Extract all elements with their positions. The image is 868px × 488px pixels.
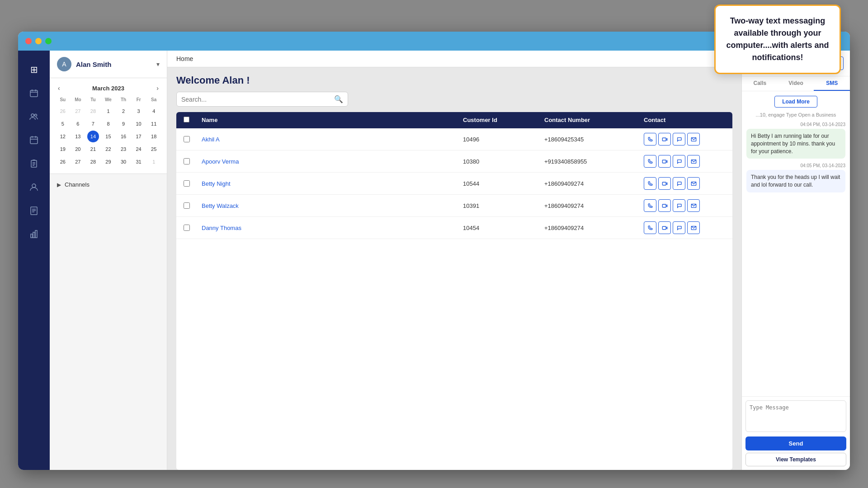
call-btn-4[interactable]: [644, 221, 656, 234]
tab-sms[interactable]: SMS: [814, 76, 850, 91]
sidebar-item-report[interactable]: [24, 201, 44, 221]
action-btns-2: [644, 177, 725, 190]
contact-name-1[interactable]: Apoorv Verma: [202, 158, 463, 165]
chat-btn-0[interactable]: [673, 133, 685, 145]
sidebar-item-calendar[interactable]: [24, 83, 44, 103]
call-btn-0[interactable]: [644, 133, 656, 145]
call-btn-3[interactable]: [644, 199, 656, 212]
channels-row[interactable]: ▶ Channels: [57, 179, 160, 190]
search-input[interactable]: [181, 96, 334, 103]
sms-send-button[interactable]: Send: [745, 436, 846, 450]
calendar-day-5[interactable]: 5: [57, 118, 69, 130]
channels-arrow-icon: ▶: [57, 182, 61, 188]
calendar-day-10[interactable]: 10: [133, 118, 145, 130]
calendar-day-17[interactable]: 17: [133, 131, 145, 142]
calendar-day-6[interactable]: 6: [72, 118, 84, 130]
maximize-button[interactable]: [45, 38, 52, 44]
calendar-header: ‹ March 2023 ›: [55, 84, 161, 93]
calendar-month-year: March 2023: [92, 85, 124, 92]
video-btn-2[interactable]: [658, 177, 671, 190]
day-label-su: Su: [55, 96, 71, 103]
user-header[interactable]: A Alan Smith ▾: [50, 51, 167, 78]
calendar-day-26[interactable]: 26: [57, 156, 69, 168]
sms-message-input[interactable]: [745, 400, 846, 432]
calendar-day-8[interactable]: 8: [102, 118, 114, 130]
sidebar-item-calendar2[interactable]: [24, 130, 44, 150]
calendar-day-13[interactable]: 13: [72, 131, 84, 142]
calendar-prev-button[interactable]: ‹: [55, 84, 63, 93]
video-btn-4[interactable]: [658, 221, 671, 234]
row-check-2[interactable]: [184, 180, 190, 187]
close-button[interactable]: [25, 38, 32, 44]
header-name: Name: [202, 117, 463, 124]
sms-view-templates-button[interactable]: View Templates: [745, 453, 846, 466]
calendar-day-31[interactable]: 31: [133, 156, 145, 168]
calendar-day-4[interactable]: 4: [148, 105, 160, 117]
calendar-day-27[interactable]: 27: [72, 156, 84, 168]
calendar-day-29[interactable]: 29: [102, 156, 114, 168]
sidebar-item-clipboard[interactable]: [24, 154, 44, 174]
calendar-day-7[interactable]: 7: [87, 118, 99, 130]
calendar-day-19[interactable]: 19: [57, 143, 69, 155]
calendar-next-button[interactable]: ›: [154, 84, 161, 93]
email-btn-1[interactable]: [687, 155, 700, 168]
day-label-th: Th: [116, 96, 131, 103]
row-check-1[interactable]: [184, 158, 190, 164]
email-btn-2[interactable]: [687, 177, 700, 190]
sidebar-item-grid[interactable]: ⊞: [24, 60, 44, 80]
calendar-day-25[interactable]: 25: [148, 143, 160, 155]
tab-video[interactable]: Video: [778, 76, 814, 91]
row-check-4[interactable]: [184, 225, 190, 231]
calendar-day-28[interactable]: 28: [87, 156, 99, 168]
calendar-day-12[interactable]: 12: [57, 131, 69, 142]
sidebar-item-group[interactable]: [24, 107, 44, 127]
email-btn-4[interactable]: [687, 221, 700, 234]
sidebar-item-barchart[interactable]: [24, 224, 44, 244]
calendar-day-2[interactable]: 2: [118, 105, 129, 117]
load-more-button[interactable]: Load More: [774, 96, 817, 108]
contact-name-3[interactable]: Betty Walzack: [202, 202, 463, 209]
app-body: ⊞: [18, 51, 850, 470]
select-all-checkbox[interactable]: [184, 117, 189, 122]
call-btn-1[interactable]: [644, 155, 656, 168]
contact-name-4[interactable]: Danny Thomas: [202, 225, 463, 231]
calendar-day-30[interactable]: 30: [118, 156, 129, 168]
calendar-day-1[interactable]: 1: [102, 105, 114, 117]
calendar-day-11[interactable]: 11: [148, 118, 160, 130]
contact-name-2[interactable]: Betty Night: [202, 180, 463, 187]
calendar-day-21[interactable]: 21: [87, 143, 99, 155]
video-btn-1[interactable]: [658, 155, 671, 168]
calendar-day-15[interactable]: 15: [102, 131, 114, 142]
calendar-day-3[interactable]: 3: [133, 105, 145, 117]
video-btn-0[interactable]: [658, 133, 671, 145]
minimize-button[interactable]: [35, 38, 42, 44]
contact-name-0[interactable]: Akhil A: [202, 136, 463, 143]
calendar-day-9[interactable]: 9: [118, 118, 129, 130]
calendar-day-22[interactable]: 22: [102, 143, 114, 155]
channels-label: Channels: [65, 181, 90, 188]
calendar-day-20[interactable]: 20: [72, 143, 84, 155]
calendar-day-16[interactable]: 16: [118, 131, 129, 142]
email-btn-3[interactable]: [687, 199, 700, 212]
calendar-day-28-other[interactable]: 28: [87, 105, 99, 117]
calendar-day-18[interactable]: 18: [148, 131, 160, 142]
email-btn-0[interactable]: [687, 133, 700, 145]
calendar-day-23[interactable]: 23: [118, 143, 129, 155]
chat-btn-3[interactable]: [673, 199, 685, 212]
calendar-day-14[interactable]: 14: [87, 131, 99, 142]
row-check-0[interactable]: [184, 136, 190, 142]
row-check-3[interactable]: [184, 202, 190, 209]
video-btn-3[interactable]: [658, 199, 671, 212]
msg-timestamp-2: 04:05 PM, 03-14-2023: [746, 163, 845, 168]
sidebar-item-person[interactable]: [24, 177, 44, 197]
calendar-day-27-other[interactable]: 27: [72, 105, 84, 117]
calendar-day-26-other[interactable]: 26: [57, 105, 69, 117]
chat-btn-4[interactable]: [673, 221, 685, 234]
tab-calls[interactable]: Calls: [742, 76, 778, 91]
row-checkbox-1: [184, 158, 202, 164]
chat-btn-2[interactable]: [673, 177, 685, 190]
chat-btn-1[interactable]: [673, 155, 685, 168]
call-btn-2[interactable]: [644, 177, 656, 190]
calendar-day-1-other[interactable]: 1: [148, 156, 160, 168]
calendar-day-24[interactable]: 24: [133, 143, 145, 155]
